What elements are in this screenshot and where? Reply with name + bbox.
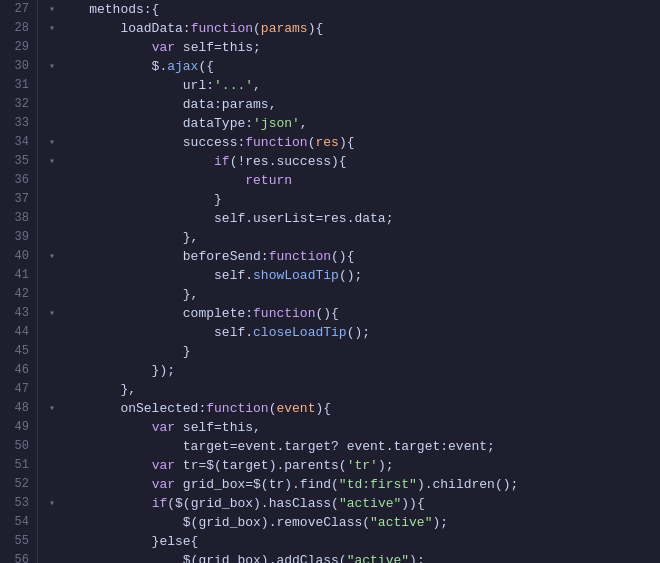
- code-content: data:params,: [58, 95, 660, 114]
- code-content: self.showLoadTip();: [58, 266, 660, 285]
- token-kw: return: [245, 173, 292, 188]
- code-content: $.ajax({: [58, 57, 660, 76]
- line-number: 39: [0, 228, 29, 247]
- token-plain: });: [58, 363, 175, 378]
- fold-gutter: [46, 285, 58, 304]
- fold-gutter: [46, 532, 58, 551]
- token-plain: methods:{: [58, 2, 159, 17]
- token-punc: (){: [315, 306, 338, 321]
- token-plain: [58, 477, 152, 492]
- code-line: data:params,: [46, 95, 660, 114]
- token-punc: )){: [401, 496, 424, 511]
- token-str: 'tr': [347, 458, 378, 473]
- token-kw: var: [152, 40, 175, 55]
- fold-gutter: [46, 76, 58, 95]
- fold-gutter[interactable]: ▾: [46, 19, 58, 38]
- code-content: var grid_box=$(tr).find("td:first").chil…: [58, 475, 660, 494]
- token-plain: }else{: [58, 534, 198, 549]
- token-punc: ,: [300, 116, 308, 131]
- code-content: if(!res.success){: [58, 152, 660, 171]
- fold-gutter: [46, 437, 58, 456]
- line-number: 38: [0, 209, 29, 228]
- code-line: var self=this;: [46, 38, 660, 57]
- code-line: ▾ loadData:function(params){: [46, 19, 660, 38]
- line-number: 28: [0, 19, 29, 38]
- code-line: ▾ $.ajax({: [46, 57, 660, 76]
- line-numbers: 2728293031323334353637383940414243444546…: [0, 0, 38, 563]
- fold-gutter[interactable]: ▾: [46, 494, 58, 513]
- line-number: 34: [0, 133, 29, 152]
- code-line: ▾ complete:function(){: [46, 304, 660, 323]
- token-kw: if: [214, 154, 230, 169]
- token-kw: function: [269, 249, 331, 264]
- line-number: 44: [0, 323, 29, 342]
- fold-gutter[interactable]: ▾: [46, 0, 58, 19]
- token-kw: var: [152, 458, 175, 473]
- token-punc: ){: [339, 135, 355, 150]
- code-content: var self=this;: [58, 38, 660, 57]
- code-line: });: [46, 361, 660, 380]
- code-line: ▾ beforeSend:function(){: [46, 247, 660, 266]
- token-fn: closeLoadTip: [253, 325, 347, 340]
- line-number: 48: [0, 399, 29, 418]
- line-number: 46: [0, 361, 29, 380]
- token-plain: [58, 420, 152, 435]
- code-content: dataType:'json',: [58, 114, 660, 133]
- code-content: },: [58, 380, 660, 399]
- fold-gutter: [46, 551, 58, 563]
- code-content: url:'...',: [58, 76, 660, 95]
- code-line: target=event.target? event.target:event;: [46, 437, 660, 456]
- code-line: ▾ success:function(res){: [46, 133, 660, 152]
- token-plain: beforeSend:: [58, 249, 269, 264]
- fold-gutter: [46, 513, 58, 532]
- code-content: }: [58, 342, 660, 361]
- fold-gutter: [46, 95, 58, 114]
- fold-gutter[interactable]: ▾: [46, 133, 58, 152]
- token-plain: complete:: [58, 306, 253, 321]
- code-content: complete:function(){: [58, 304, 660, 323]
- token-plain: ($(grid_box).hasClass(: [167, 496, 339, 511]
- code-line: self.userList=res.data;: [46, 209, 660, 228]
- token-str: "td:first": [339, 477, 417, 492]
- token-plain: [58, 496, 152, 511]
- fold-gutter[interactable]: ▾: [46, 152, 58, 171]
- token-kw: function: [245, 135, 307, 150]
- fold-gutter[interactable]: ▾: [46, 247, 58, 266]
- fold-gutter[interactable]: ▾: [46, 399, 58, 418]
- token-plain: }: [58, 192, 222, 207]
- code-line: },: [46, 228, 660, 247]
- token-plain: },: [58, 230, 198, 245]
- fold-gutter: [46, 171, 58, 190]
- token-kw: if: [152, 496, 168, 511]
- fold-gutter[interactable]: ▾: [46, 304, 58, 323]
- token-plain: $(grid_box).removeClass(: [58, 515, 370, 530]
- token-punc: ){: [308, 21, 324, 36]
- code-content: return: [58, 171, 660, 190]
- code-content: });: [58, 361, 660, 380]
- token-plain: self=this;: [175, 40, 261, 55]
- line-number: 45: [0, 342, 29, 361]
- code-line: ▾ if($(grid_box).hasClass("active")){: [46, 494, 660, 513]
- token-str: "active": [370, 515, 432, 530]
- token-param: res: [315, 135, 338, 150]
- line-number: 55: [0, 532, 29, 551]
- token-kw: function: [206, 401, 268, 416]
- token-str: "active": [347, 553, 409, 563]
- token-punc: );: [432, 515, 448, 530]
- line-number: 32: [0, 95, 29, 114]
- code-editor: 2728293031323334353637383940414243444546…: [0, 0, 660, 563]
- line-number: 41: [0, 266, 29, 285]
- line-number: 29: [0, 38, 29, 57]
- line-number: 56: [0, 551, 29, 563]
- line-number: 37: [0, 190, 29, 209]
- fold-gutter[interactable]: ▾: [46, 57, 58, 76]
- code-line: self.showLoadTip();: [46, 266, 660, 285]
- token-plain: url:: [58, 78, 214, 93]
- line-number: 40: [0, 247, 29, 266]
- token-plain: (!res.success){: [230, 154, 347, 169]
- code-line: url:'...',: [46, 76, 660, 95]
- token-param: event: [276, 401, 315, 416]
- line-number: 42: [0, 285, 29, 304]
- token-plain: [58, 173, 245, 188]
- token-str: '...': [214, 78, 253, 93]
